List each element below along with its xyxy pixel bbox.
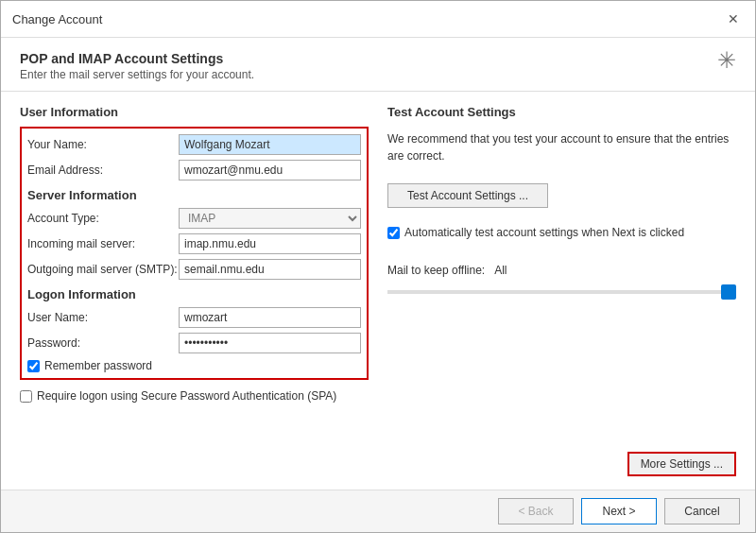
require-spa-checkbox[interactable]: [20, 390, 32, 403]
remember-password-row: Remember password: [27, 359, 361, 372]
username-input[interactable]: [179, 307, 361, 328]
outgoing-server-input[interactable]: [179, 259, 361, 280]
mail-offline-value: All: [494, 264, 507, 277]
right-panel: Test Account Settings We recommend that …: [387, 105, 736, 476]
next-button[interactable]: Next >: [581, 498, 657, 524]
more-settings-button[interactable]: More Settings ...: [627, 452, 736, 476]
password-input[interactable]: [179, 333, 361, 353]
title-bar: Change Account ✕: [1, 1, 755, 38]
email-address-row: Email Address:: [27, 160, 361, 181]
header-section: POP and IMAP Account Settings Enter the …: [1, 38, 755, 92]
footer: < Back Next > Cancel: [1, 490, 755, 532]
require-spa-label: Require logon using Secure Password Auth…: [37, 389, 336, 403]
your-name-label: Your Name:: [27, 138, 179, 151]
test-description: We recommend that you test your account …: [387, 130, 736, 164]
server-info-label: Server Information: [27, 188, 361, 202]
auto-test-row: Automatically test account settings when…: [387, 225, 736, 241]
back-button[interactable]: < Back: [498, 498, 574, 524]
slider-thumb[interactable]: [721, 284, 736, 300]
username-row: User Name:: [27, 307, 361, 328]
cancel-button[interactable]: Cancel: [664, 498, 740, 524]
password-row: Password:: [27, 333, 361, 353]
change-account-dialog: Change Account ✕ POP and IMAP Account Se…: [0, 0, 756, 533]
remember-password-label: Remember password: [44, 359, 152, 372]
mail-offline-label: Mail to keep offline:: [387, 264, 485, 277]
asterisk-icon: ✳: [717, 47, 736, 74]
account-type-row: Account Type: IMAP: [27, 208, 361, 229]
require-spa-row: Require logon using Secure Password Auth…: [20, 389, 369, 403]
username-label: User Name:: [27, 311, 179, 324]
header-content: POP and IMAP Account Settings Enter the …: [20, 51, 254, 81]
your-name-input[interactable]: [179, 134, 361, 155]
email-address-input[interactable]: [179, 160, 361, 181]
content-area: User Information Your Name: Email Addres…: [1, 92, 755, 490]
your-name-row: Your Name:: [27, 134, 361, 155]
email-address-label: Email Address:: [27, 163, 179, 177]
incoming-server-input[interactable]: [179, 233, 361, 254]
auto-test-label: Automatically test account settings when…: [404, 225, 684, 241]
incoming-server-row: Incoming mail server:: [27, 233, 361, 254]
slider-track: [387, 290, 736, 294]
close-button[interactable]: ✕: [723, 9, 744, 29]
test-section-label: Test Account Settings: [387, 105, 736, 119]
auto-test-checkbox[interactable]: [387, 227, 400, 239]
outgoing-server-row: Outgoing mail server (SMTP):: [27, 259, 361, 280]
test-account-settings-button[interactable]: Test Account Settings ...: [387, 183, 548, 208]
outgoing-server-label: Outgoing mail server (SMTP):: [27, 263, 179, 276]
password-label: Password:: [27, 336, 179, 350]
user-info-label: User Information: [20, 105, 369, 119]
remember-password-checkbox[interactable]: [27, 360, 40, 372]
logon-info-label: Logon Information: [27, 287, 361, 301]
incoming-server-label: Incoming mail server:: [27, 237, 179, 250]
dialog-title: Change Account: [12, 12, 102, 26]
mail-offline-row: Mail to keep offline: All: [387, 264, 736, 277]
header-title: POP and IMAP Account Settings: [20, 51, 254, 66]
account-type-label: Account Type:: [27, 212, 179, 225]
left-panel: User Information Your Name: Email Addres…: [20, 105, 369, 476]
header-subtitle: Enter the mail server settings for your …: [20, 68, 254, 81]
account-type-select[interactable]: IMAP: [179, 208, 361, 229]
more-settings-wrapper: More Settings ...: [387, 452, 736, 476]
red-outline-box: Your Name: Email Address: Server Informa…: [20, 127, 369, 380]
mail-offline-slider-container: [387, 290, 736, 294]
